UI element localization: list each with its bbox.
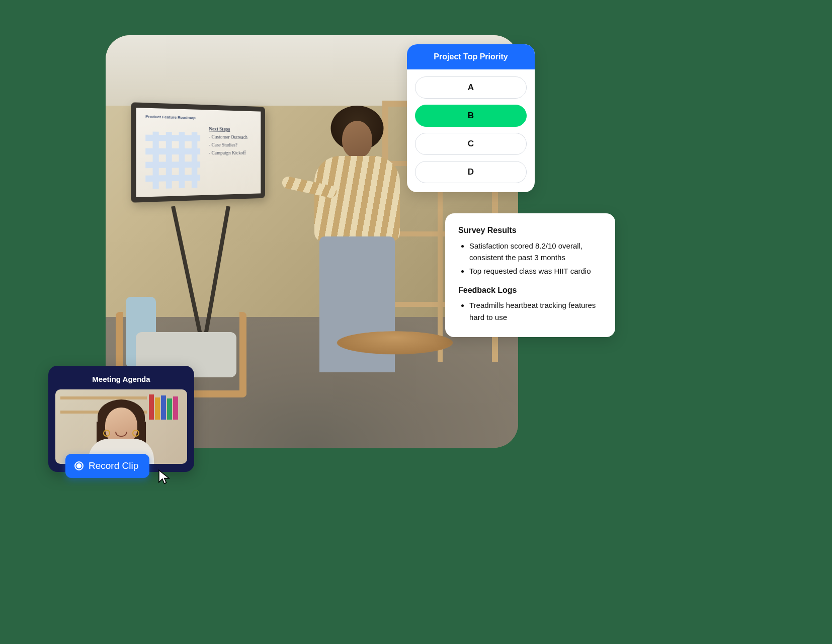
poll-options-list: A B C D [407, 69, 535, 192]
whiteboard-title: Product Feature Roadmap [145, 114, 195, 120]
whiteboard-note-item: - Case Studies? [209, 141, 255, 149]
poll-option-a[interactable]: A [415, 76, 527, 99]
whiteboard-note-item: - Customer Outreach [209, 133, 255, 141]
whiteboard-notes-heading: Next Steps [209, 125, 255, 133]
survey-results-heading: Survey Results [458, 224, 602, 237]
poll-option-d[interactable]: D [415, 161, 527, 183]
cursor-icon [157, 469, 173, 485]
whiteboard-note-item: - Campaign Kickoff [209, 149, 255, 157]
whiteboard: Product Feature Roadmap Next Steps - Cus… [131, 102, 265, 203]
record-clip-button[interactable]: Record Clip [65, 454, 149, 478]
poll-title: Project Top Priority [407, 44, 535, 69]
results-card: Survey Results Satisfaction scored 8.2/1… [445, 213, 615, 337]
video-thumbnail[interactable] [55, 389, 187, 464]
record-icon [74, 461, 84, 470]
feedback-logs-list: Treadmills heartbeat tracking features h… [458, 299, 602, 323]
list-item: Treadmills heartbeat tracking features h… [469, 299, 602, 323]
whiteboard-notes: Next Steps - Customer Outreach - Case St… [209, 125, 255, 157]
poll-option-b[interactable]: B [415, 105, 527, 127]
list-item: Top requested class was HIIT cardio [469, 265, 602, 277]
poll-card: Project Top Priority A B C D [407, 44, 535, 192]
agenda-title: Meeting Agenda [55, 373, 187, 389]
list-item: Satisfaction scored 8.2/10 overall, cons… [469, 240, 602, 264]
feedback-logs-heading: Feedback Logs [458, 284, 602, 297]
record-clip-label: Record Clip [89, 460, 138, 471]
survey-results-list: Satisfaction scored 8.2/10 overall, cons… [458, 240, 602, 277]
meeting-agenda-card: Meeting Agenda Record Clip [48, 366, 194, 472]
poll-option-c[interactable]: C [415, 133, 527, 155]
whiteboard-roadmap-grid [145, 131, 200, 189]
